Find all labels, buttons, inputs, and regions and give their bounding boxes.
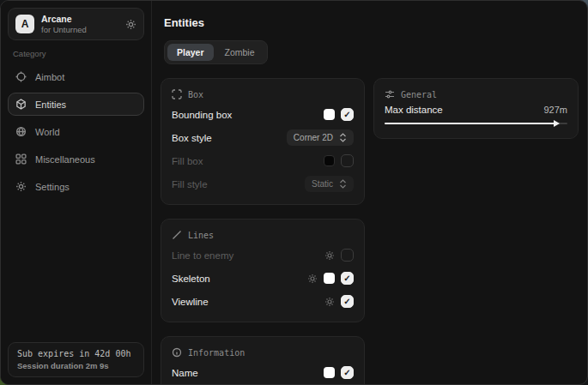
color-swatch[interactable] xyxy=(324,155,335,166)
diagonal-line-icon xyxy=(172,230,182,240)
section-title: Box xyxy=(188,90,203,99)
info-icon xyxy=(172,347,182,358)
sidebar-item-label: Entities xyxy=(35,99,66,110)
sidebar-item-miscellaneous[interactable]: Miscellaneous xyxy=(8,147,144,171)
setting-row-name: Name ✓ xyxy=(172,363,354,382)
select-value: Corner 2D xyxy=(294,133,333,142)
setting-row-box-style: Box style Corner 2D xyxy=(172,128,354,147)
setting-label: Line to enemy xyxy=(172,250,233,261)
slider-fill xyxy=(385,123,555,124)
information-card: Information Name ✓ Distance xyxy=(161,336,365,385)
page-title: Entities xyxy=(164,16,579,29)
setting-row-max-distance: Max distance 927m xyxy=(385,105,567,115)
settings-gear-icon[interactable] xyxy=(125,19,136,30)
slider-thumb[interactable] xyxy=(554,120,560,127)
setting-row-fill-style: Fill style Static xyxy=(172,174,354,194)
general-card-header: General xyxy=(385,89,567,99)
tab-player[interactable]: Player xyxy=(167,44,214,61)
sidebar-item-aimbot[interactable]: Aimbot xyxy=(8,65,144,88)
tab-zombie[interactable]: Zombie xyxy=(215,44,264,61)
scan-box-icon xyxy=(172,89,182,99)
sidebar-item-label: Aimbot xyxy=(35,72,64,82)
line-to-enemy-checkbox[interactable]: ✓ xyxy=(341,249,354,262)
crosshair-icon xyxy=(15,71,27,82)
category-label: Category xyxy=(13,49,139,58)
setting-label: Name xyxy=(172,368,198,378)
section-title: Information xyxy=(188,348,245,358)
max-distance-value: 927m xyxy=(543,105,567,115)
color-swatch[interactable] xyxy=(324,273,335,284)
box-card-header: Box xyxy=(172,89,354,99)
color-swatch[interactable] xyxy=(324,109,335,120)
subscription-card: Sub expires in 42d 00h Session duration … xyxy=(8,342,144,377)
column-left: Box Bounding box ✓ Box style xyxy=(161,78,365,385)
setting-label: Fill box xyxy=(172,156,203,166)
check-icon: ✓ xyxy=(343,274,350,283)
section-title: General xyxy=(401,90,437,99)
session-duration-text: Session duration 2m 9s xyxy=(17,361,135,370)
sidebar: A Arcane for Unturned Category A xyxy=(1,1,152,384)
sidebar-item-settings[interactable]: Settings xyxy=(8,175,144,198)
app-header-card: A Arcane for Unturned xyxy=(8,8,144,40)
sidebar-nav: Aimbot Entities World xyxy=(1,65,151,198)
viewline-checkbox[interactable]: ✓ xyxy=(341,295,354,308)
fill-style-select[interactable]: Static xyxy=(305,176,354,192)
main-content: Entities Player Zombie xyxy=(152,1,588,384)
section-title: Lines xyxy=(188,231,214,240)
name-checkbox[interactable]: ✓ xyxy=(341,366,354,379)
entity-tabs: Player Zombie xyxy=(164,40,268,64)
grid-icon xyxy=(15,153,27,165)
lines-card: Lines Line to enemy xyxy=(161,219,365,322)
select-value: Static xyxy=(312,179,333,189)
lines-card-header: Lines xyxy=(172,230,354,240)
row-settings-gear-icon[interactable] xyxy=(324,250,335,261)
sidebar-item-label: World xyxy=(35,127,60,137)
row-settings-gear-icon[interactable] xyxy=(307,274,318,284)
sidebar-item-entities[interactable]: Entities xyxy=(8,93,144,116)
sidebar-item-world[interactable]: World xyxy=(8,120,144,143)
globe-icon xyxy=(15,126,27,137)
setting-row-viewline: Viewline ✓ xyxy=(172,292,354,311)
box-style-select[interactable]: Corner 2D xyxy=(287,129,354,146)
sub-expiry-text: Sub expires in 42d 00h xyxy=(17,349,135,358)
check-icon: ✓ xyxy=(343,368,350,377)
app-window: A Arcane for Unturned Category A xyxy=(0,0,588,385)
setting-row-skeleton: Skeleton ✓ xyxy=(172,268,354,288)
setting-label: Skeleton xyxy=(172,274,210,284)
max-distance-slider[interactable] xyxy=(385,119,567,128)
setting-label: Bounding box xyxy=(172,110,232,120)
setting-label: Box style xyxy=(172,133,212,143)
check-icon: ✓ xyxy=(343,297,350,306)
app-meta: Arcane for Unturned xyxy=(41,14,87,34)
column-right: General Max distance 927m xyxy=(373,78,579,139)
gear-icon xyxy=(15,181,27,192)
setting-label: Viewline xyxy=(172,297,209,307)
general-card: General Max distance 927m xyxy=(373,78,579,139)
cube-icon xyxy=(15,99,27,110)
app-name: Arcane xyxy=(41,14,87,24)
fill-box-checkbox[interactable]: ✓ xyxy=(341,154,354,167)
information-card-header: Information xyxy=(172,347,354,358)
chevrons-up-down-icon xyxy=(339,133,347,142)
skeleton-checkbox[interactable]: ✓ xyxy=(341,272,354,285)
setting-label: Fill style xyxy=(172,179,208,189)
settings-columns: Box Bounding box ✓ Box style xyxy=(161,78,579,385)
sidebar-item-label: Settings xyxy=(35,182,70,192)
check-icon: ✓ xyxy=(343,110,350,119)
sliders-icon xyxy=(385,89,395,99)
setting-row-line-to-enemy: Line to enemy ✓ xyxy=(172,245,354,265)
setting-label: Max distance xyxy=(385,105,443,115)
box-card: Box Bounding box ✓ Box style xyxy=(161,78,365,205)
row-settings-gear-icon[interactable] xyxy=(324,297,335,307)
chevrons-up-down-icon xyxy=(339,179,347,189)
bounding-box-checkbox[interactable]: ✓ xyxy=(341,108,354,121)
color-swatch[interactable] xyxy=(324,367,335,378)
tab-label: Zombie xyxy=(225,47,255,57)
setting-row-fill-box: Fill box ✓ xyxy=(172,151,354,171)
sidebar-item-label: Miscellaneous xyxy=(35,154,95,165)
setting-row-bounding-box: Bounding box ✓ xyxy=(172,105,354,124)
tab-label: Player xyxy=(177,47,204,57)
app-logo: A xyxy=(15,15,34,33)
app-subtitle: for Unturned xyxy=(41,25,87,34)
